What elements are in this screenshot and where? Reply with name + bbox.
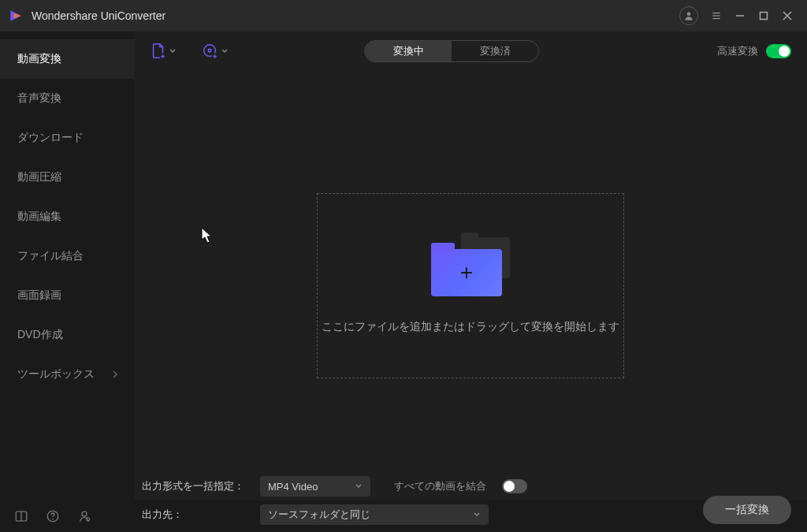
sidebar-item-label: 動画変換 — [17, 52, 61, 66]
sidebar-item-audio-convert[interactable]: 音声変換 — [0, 79, 134, 118]
chevron-down-icon — [473, 511, 481, 519]
sidebar-item-label: 音声変換 — [17, 91, 61, 106]
status-tabs: 変換中 変換済 — [364, 40, 539, 62]
sidebar: 動画変換 音声変換 ダウンロード 動画圧縮 動画編集 ファイル結合 画面録画 D… — [0, 32, 134, 500]
maximize-button[interactable] — [752, 4, 775, 28]
fast-convert-label: 高速変換 — [717, 44, 758, 58]
select-value: MP4 Video — [268, 481, 318, 493]
tab-label: 変換済 — [480, 44, 511, 58]
svg-point-8 — [52, 519, 54, 520]
output-format-select[interactable]: MP4 Video — [260, 476, 370, 497]
add-file-button[interactable] — [150, 43, 178, 60]
button-label: 一括変換 — [725, 503, 769, 517]
chevron-down-icon — [169, 47, 177, 55]
merge-videos-toggle[interactable] — [502, 479, 527, 493]
sidebar-item-video-convert[interactable]: 動画変換 — [0, 39, 134, 79]
close-button[interactable] — [775, 4, 799, 28]
content-area: 変換中 変換済 高速変換 + ここにファイルを追加またはドラッグして変換を開始し… — [134, 32, 807, 500]
toolbar: 変換中 変換済 高速変換 — [134, 32, 807, 71]
app-title: Wondershare UniConverter — [32, 9, 165, 22]
chevron-down-icon — [221, 47, 229, 55]
app-logo-icon — [8, 8, 24, 24]
svg-point-0 — [687, 12, 691, 16]
plus-icon: + — [460, 260, 473, 285]
menu-icon[interactable] — [705, 4, 728, 28]
output-dest-select[interactable]: ソースフォルダと同じ — [260, 504, 489, 525]
sidebar-item-download[interactable]: ダウンロード — [0, 118, 134, 158]
sidebar-item-label: ダウンロード — [17, 131, 84, 145]
svg-point-4 — [208, 49, 211, 52]
drop-hint-text: ここにファイルを追加またはドラッグして変換を開始します — [322, 320, 619, 334]
svg-point-9 — [82, 512, 87, 516]
folder-icon: + — [431, 237, 510, 296]
drop-zone[interactable]: + ここにファイルを追加またはドラッグして変換を開始します — [317, 193, 624, 378]
sidebar-item-label: ファイル結合 — [17, 249, 84, 263]
tab-label: 変換中 — [393, 44, 424, 58]
sidebar-item-label: DVD作成 — [17, 328, 63, 342]
titlebar: Wondershare UniConverter — [0, 0, 807, 32]
tab-converting[interactable]: 変換中 — [365, 41, 452, 61]
add-disc-button[interactable] — [202, 43, 230, 60]
bottom-bar: 出力形式を一括指定： MP4 Video すべての動画を結合 出力先： ソースフ… — [142, 477, 799, 524]
sidebar-item-label: ツールボックス — [17, 367, 95, 381]
sidebar-item-merge[interactable]: ファイル結合 — [0, 236, 134, 276]
sidebar-item-record[interactable]: 画面録画 — [0, 276, 134, 315]
sidebar-item-edit[interactable]: 動画編集 — [0, 197, 134, 236]
select-value: ソースフォルダと同じ — [268, 508, 370, 522]
sidebar-item-label: 動画圧縮 — [17, 170, 61, 184]
tutorial-icon[interactable] — [14, 509, 28, 523]
merge-videos-label: すべての動画を結合 — [394, 479, 486, 493]
sidebar-item-label: 画面録画 — [17, 288, 61, 303]
output-format-label: 出力形式を一括指定： — [142, 479, 244, 493]
help-icon[interactable] — [46, 509, 60, 523]
chevron-right-icon — [112, 370, 118, 378]
output-dest-label: 出力先： — [142, 508, 244, 522]
sidebar-item-dvd[interactable]: DVD作成 — [0, 315, 134, 355]
tab-converted[interactable]: 変換済 — [452, 41, 538, 61]
sidebar-item-compress[interactable]: 動画圧縮 — [0, 158, 134, 197]
batch-convert-button[interactable]: 一括変換 — [703, 496, 791, 524]
sidebar-item-toolbox[interactable]: ツールボックス — [0, 355, 134, 394]
chevron-down-icon — [355, 482, 363, 490]
disc-plus-icon — [202, 43, 219, 60]
file-plus-icon — [150, 43, 167, 60]
svg-rect-1 — [761, 13, 768, 20]
fast-convert-toggle[interactable] — [766, 44, 791, 58]
minimize-button[interactable] — [728, 4, 752, 28]
sidebar-item-label: 動画編集 — [17, 210, 61, 224]
feedback-icon[interactable] — [77, 509, 91, 523]
account-icon[interactable] — [679, 6, 698, 25]
